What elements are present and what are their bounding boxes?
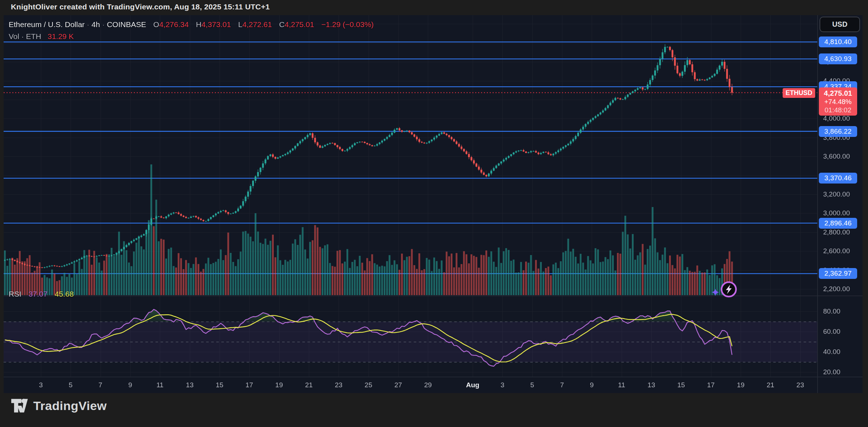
level-price-badge: 4,810.40 xyxy=(819,36,857,47)
time-tick-label: 25 xyxy=(365,381,372,389)
price-tick-label: 2,800.00 xyxy=(823,228,863,236)
rsi-tick-label: 60.00 xyxy=(823,328,863,336)
last-price-change-pct: +74.48% xyxy=(824,98,852,106)
symbol-title[interactable]: Ethereum / U.S. Dollar xyxy=(9,20,85,29)
chart-container: Ethereum / U.S. Dollar·4h·COINBASE O4,27… xyxy=(4,15,863,393)
lightning-watermark-icon xyxy=(710,279,737,301)
tradingview-logo[interactable]: TradingView xyxy=(10,397,107,414)
time-tick-label: 21 xyxy=(767,381,774,389)
level-price-badge: 4,630.93 xyxy=(819,53,857,64)
time-tick-label: 21 xyxy=(305,381,312,389)
level-price-badge: 2,896.46 xyxy=(819,218,857,229)
legend-separator: · xyxy=(100,20,107,29)
close-value: 4,275.01 xyxy=(285,20,314,29)
change-value: −1.29 (−0.03%) xyxy=(322,20,374,29)
time-tick-label: 27 xyxy=(394,381,402,389)
time-tick-label: 3 xyxy=(501,381,505,389)
time-tick-label: 19 xyxy=(275,381,283,389)
time-tick-label: 15 xyxy=(677,381,685,389)
symbol-legend: Ethereum / U.S. Dollar·4h·COINBASE O4,27… xyxy=(9,20,374,29)
symbol-price-tag: ETHUSD xyxy=(783,88,815,98)
rsi-tick-label: 40.00 xyxy=(823,348,863,356)
price-tick-label: 4,000.00 xyxy=(823,115,863,122)
time-tick-label: 3 xyxy=(39,381,43,389)
level-price-badge: 3,370.46 xyxy=(819,173,857,184)
price-tick-label: 3,000.00 xyxy=(823,209,863,217)
time-tick-label: 13 xyxy=(186,381,193,389)
legend-separator: · xyxy=(85,20,92,29)
price-tick-label: 2,600.00 xyxy=(823,247,863,255)
time-tick-label: 23 xyxy=(796,381,804,389)
exchange-label: COINBASE xyxy=(107,20,146,29)
price-tick-label: 3,600.00 xyxy=(823,152,863,160)
time-tick-label: 5 xyxy=(530,381,534,389)
interval-label[interactable]: 4h xyxy=(92,20,100,29)
low-letter: L xyxy=(238,20,243,29)
tradingview-logo-text: TradingView xyxy=(33,399,107,413)
page: { "page": { "attribution": "KnightOliver… xyxy=(0,0,868,427)
time-tick-label: 11 xyxy=(618,381,625,389)
last-price-value: 4,275.01 xyxy=(824,89,852,98)
level-price-badge: 3,866.22 xyxy=(819,126,857,137)
time-tick-label: 19 xyxy=(737,381,744,389)
close-letter: C xyxy=(279,20,285,29)
last-price-badge: 4,275.01 +74.48% 01:48:02 xyxy=(819,87,857,116)
time-tick-label: 15 xyxy=(216,381,223,389)
low-value: 4,272.61 xyxy=(242,20,272,29)
attribution-text: KnightOliver created with TradingView.co… xyxy=(11,3,270,11)
time-tick-label: 7 xyxy=(98,381,102,389)
time-tick-label: 29 xyxy=(424,381,432,389)
price-tick-label: 3,200.00 xyxy=(823,190,863,198)
time-tick-label: 17 xyxy=(246,381,253,389)
time-tick-label: 23 xyxy=(335,381,342,389)
price-tick-label: 2,200.00 xyxy=(823,285,863,293)
level-price-badge: 2,362.97 xyxy=(819,268,857,279)
time-tick-label: Aug xyxy=(466,381,479,389)
volume-label: Vol · ETH xyxy=(9,32,41,40)
tradingview-logo-icon xyxy=(10,397,29,414)
time-tick-label: 7 xyxy=(560,381,564,389)
high-value: 4,373.01 xyxy=(201,20,231,29)
rsi-legend: RSI 37.07 45.68 xyxy=(9,290,74,298)
volume-legend: Vol · ETH 31.29 K xyxy=(9,32,74,41)
time-tick-label: 11 xyxy=(156,381,163,389)
rsi-label[interactable]: RSI xyxy=(9,290,21,298)
open-value: 4,276.34 xyxy=(159,20,189,29)
time-tick-label: 9 xyxy=(128,381,132,389)
rsi-tick-label: 20.00 xyxy=(823,368,863,376)
currency-toggle-button[interactable]: USD xyxy=(820,17,860,32)
rsi-value: 37.07 xyxy=(29,290,48,298)
time-tick-label: 5 xyxy=(69,381,73,389)
open-letter: O xyxy=(153,20,159,29)
volume-value: 31.29 K xyxy=(48,32,74,40)
price-chart-canvas[interactable] xyxy=(4,15,863,393)
rsi-ma-value: 45.68 xyxy=(55,290,74,298)
rsi-tick-label: 80.00 xyxy=(823,307,863,315)
high-letter: H xyxy=(196,20,201,29)
bar-countdown: 01:48:02 xyxy=(825,106,851,114)
time-tick-label: 13 xyxy=(647,381,655,389)
time-tick-label: 9 xyxy=(590,381,594,389)
time-tick-label: 17 xyxy=(707,381,715,389)
